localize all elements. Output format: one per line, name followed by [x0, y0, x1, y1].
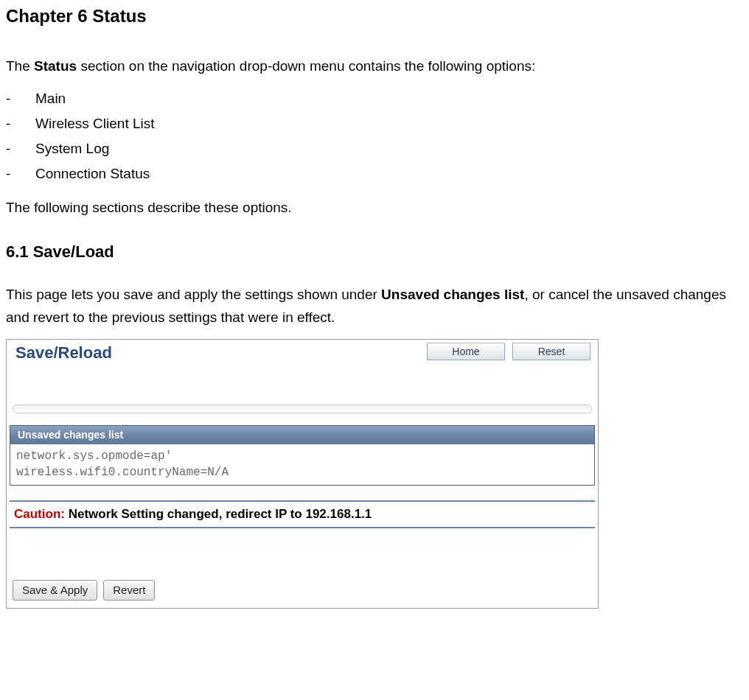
- list-item: System Log: [6, 136, 743, 161]
- divider-band: [13, 405, 592, 413]
- intro-prefix: The: [6, 58, 34, 74]
- unsaved-changes-header: Unsaved changes list: [10, 425, 595, 444]
- reset-button[interactable]: Reset: [512, 343, 591, 360]
- options-list: Main Wireless Client List System Log Con…: [6, 86, 743, 187]
- intro-paragraph: The Status section on the navigation dro…: [6, 56, 743, 77]
- caution-text: Network Setting changed, redirect IP to …: [65, 507, 372, 521]
- intro-suffix: section on the navigation drop-down menu…: [77, 58, 535, 74]
- list-item: Connection Status: [6, 161, 743, 186]
- caution-label: Caution:: [14, 507, 65, 521]
- list-item: Main: [6, 86, 743, 111]
- revert-button[interactable]: Revert: [103, 580, 155, 601]
- section-bold: Unsaved changes list: [381, 287, 524, 302]
- list-item: Wireless Client List: [6, 111, 743, 136]
- save-apply-button[interactable]: Save & Apply: [13, 580, 97, 601]
- section-paragraph: This page lets you save and apply the se…: [6, 284, 743, 329]
- section-heading: 6.1 Save/Load: [6, 242, 743, 262]
- chapter-title: Chapter 6 Status: [6, 6, 743, 27]
- home-button[interactable]: Home: [427, 343, 505, 360]
- unsaved-changes-body: network.sys.opmode=ap' wireless.wifi0.co…: [10, 444, 595, 486]
- intro-bold: Status: [34, 58, 77, 74]
- describe-paragraph: The following sections describe these op…: [6, 200, 743, 216]
- panel-title: Save/Reload: [15, 344, 112, 362]
- section-text-1: This page lets you save and apply the se…: [6, 287, 381, 302]
- caution-bar: Caution: Network Setting changed, redire…: [10, 500, 595, 528]
- save-reload-panel: Save/Reload Home Reset Unsaved changes l…: [6, 339, 599, 609]
